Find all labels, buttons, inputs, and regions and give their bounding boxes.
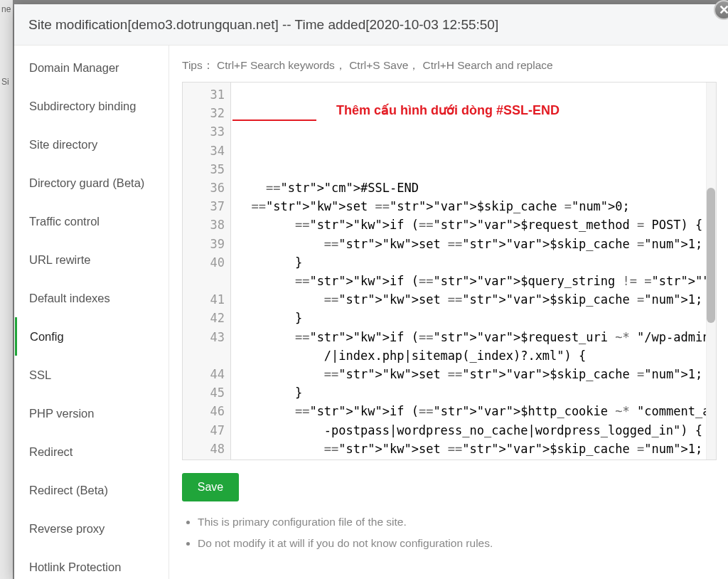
scrollbar-thumb[interactable] [707,188,715,323]
sidebar-item-subdirectory-binding[interactable]: Subdirectory binding [14,87,168,125]
sidebar: Domain ManagerSubdirectory bindingSite d… [14,46,169,579]
sidebar-item-redirect[interactable]: Redirect [14,432,168,471]
code-line: } [237,383,710,402]
notes-list: This is primary configuration file of th… [182,516,717,558]
code-line: =="str">"cm">#SSL-END [237,179,710,197]
code-line: =="str">"kw">set =="str">"var">$skip_cac… [237,440,710,458]
line-gutter: 31323334353637383940 414243 444546474849… [183,83,231,460]
code-line: =="str">"kw">set =="str">"var">$skip_cac… [237,290,710,309]
site-modification-modal: ✕ Site modification[demo3.dotrungquan.ne… [14,4,728,579]
code-line: -postpass|wordpress_no_cache|wordpress_l… [237,421,710,440]
code-line: } [237,309,710,327]
sidebar-item-config[interactable]: Config [15,317,169,356]
vertical-scrollbar[interactable] [706,83,716,460]
annotation-text: Thêm cấu hình dưới dòng #SSL-END [336,101,560,119]
note-item: Do not modify it at will if you do not k… [198,537,717,550]
content-area: Tips： Ctrl+F Search keywords， Ctrl+S Sav… [169,46,728,579]
close-icon[interactable]: ✕ [714,0,728,20]
sidebar-item-hotlink-protection[interactable]: Hotlink Protection [14,548,168,579]
code-line: =="str">"kw">if (=="str">"var">$query_st… [237,272,710,290]
annotation-underline [232,119,316,121]
sidebar-item-ssl[interactable]: SSL [14,356,168,394]
modal-header: Site modification[demo3.dotrungquan.net]… [14,4,728,46]
code-line: =="str">"kw">set =="str">"var">$skip_cac… [237,365,710,383]
sidebar-item-php-version[interactable]: PHP version [14,394,168,432]
sidebar-item-domain-manager[interactable]: Domain Manager [14,48,168,87]
code-line: /|index.php|sitemap(_index)?.xml") { [237,346,710,365]
code-line: } [237,458,710,460]
sidebar-item-default-indexes[interactable]: Default indexes [14,279,168,317]
code-line: } [237,253,710,272]
background-gutter: ne Si [0,0,13,579]
tips-text: Tips： Ctrl+F Search keywords， Ctrl+S Sav… [182,58,717,73]
sidebar-item-reverse-proxy[interactable]: Reverse proxy [14,509,168,548]
modal-title: Site modification[demo3.dotrungquan.net]… [28,17,498,33]
code-line: =="str">"kw">set =="str">"var">$skip_cac… [237,197,710,216]
code-line: =="str">"kw">if (=="str">"var">$request_… [237,216,710,234]
sidebar-item-redirect-beta-[interactable]: Redirect (Beta) [14,471,168,509]
code-line: =="str">"kw">if (=="str">"var">$http_coo… [237,402,710,420]
sidebar-item-site-directory[interactable]: Site directory [14,125,168,164]
code-line [237,160,710,179]
sidebar-item-url-rewirte[interactable]: URL rewirte [14,240,168,279]
code-area[interactable]: Thêm cấu hình dưới dòng #SSL-END =="str"… [231,83,716,460]
code-editor[interactable]: 31323334353637383940 414243 444546474849… [182,82,717,460]
note-item: This is primary configuration file of th… [198,516,717,528]
code-line: =="str">"kw">if (=="str">"var">$request_… [237,328,710,346]
save-button[interactable]: Save [182,473,239,501]
sidebar-item-directory-guard-beta-[interactable]: Directory guard (Beta) [14,164,168,202]
sidebar-item-traffic-control[interactable]: Traffic control [14,202,168,240]
code-line: =="str">"kw">set =="str">"var">$skip_cac… [237,235,710,253]
